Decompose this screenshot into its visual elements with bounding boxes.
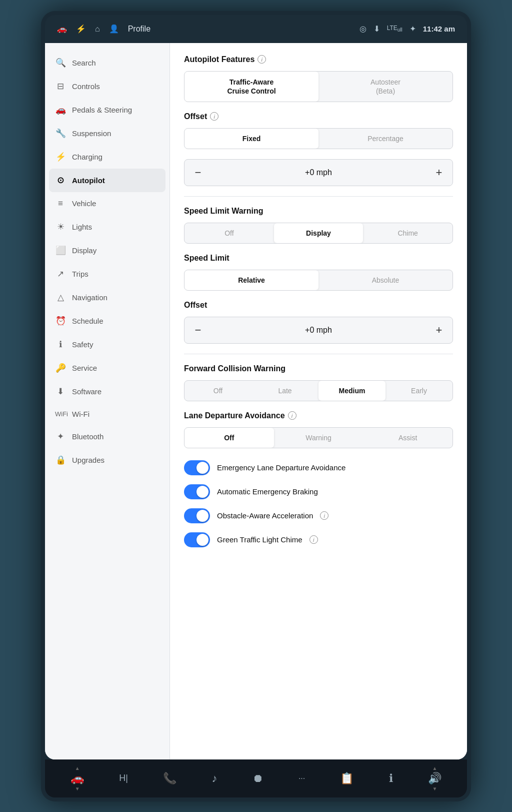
lightning-icon: ⚡ — [76, 24, 86, 34]
sidebar: 🔍 Search ⊟ Controls 🚗 Pedals & Steering … — [45, 43, 170, 759]
sidebar-item-display[interactable]: ⬜ Display — [45, 239, 170, 262]
service-icon: 🔑 — [55, 363, 66, 373]
offset1-group: Fixed Percentage — [184, 128, 453, 149]
bottom-info-icon[interactable]: ℹ — [389, 772, 393, 785]
sidebar-label-schedule: Schedule — [72, 317, 104, 325]
display-icon: ⬜ — [55, 245, 66, 256]
bottom-apps-icon[interactable]: 📋 — [340, 772, 354, 785]
speed-limit-warning-group: Off Display Chime — [184, 223, 453, 244]
slw-chime-btn[interactable]: Chime — [363, 223, 452, 243]
target-icon: ◎ — [360, 24, 366, 34]
fcw-late-btn[interactable]: Late — [252, 381, 318, 401]
obstacle-info-icon[interactable]: i — [320, 511, 328, 520]
sidebar-item-vehicle[interactable]: ≡ Vehicle — [45, 192, 170, 215]
sidebar-item-software[interactable]: ⬇ Software — [45, 380, 170, 403]
traffic-aware-btn[interactable]: Traffic-AwareCruise Control — [184, 72, 318, 102]
sidebar-label-wifi: Wi-Fi — [72, 410, 90, 418]
status-right: ◎ ⬇ LTEull ✦ 11:42 am — [360, 24, 455, 34]
offset1-info-icon[interactable]: i — [210, 112, 218, 121]
sidebar-label-upgrades: Upgrades — [72, 456, 104, 464]
fcw-off-btn[interactable]: Off — [184, 381, 252, 401]
bottom-more-icon[interactable]: ··· — [298, 774, 305, 783]
bottom-apps-group: 📋 — [340, 772, 354, 785]
bottom-car-icon[interactable]: 🚗 — [70, 772, 84, 785]
safety-icon: ℹ — [55, 339, 66, 350]
forward-collision-title: Forward Collision Warning — [184, 364, 453, 373]
green-light-toggle[interactable] — [184, 532, 210, 547]
bottom-volume-icon[interactable]: 🔊 — [428, 772, 442, 785]
absolute-btn[interactable]: Absolute — [318, 270, 452, 290]
sidebar-item-service[interactable]: 🔑 Service — [45, 356, 170, 380]
sidebar-item-lights[interactable]: ☀ Lights — [45, 215, 170, 239]
sidebar-item-safety[interactable]: ℹ Safety — [45, 333, 170, 356]
bottom-car-group: ▲ 🚗 ▼ — [70, 765, 84, 791]
sidebar-label-navigation: Navigation — [72, 293, 108, 302]
emergency-lane-toggle[interactable] — [184, 460, 210, 475]
percentage-btn[interactable]: Percentage — [318, 129, 452, 149]
sidebar-item-schedule[interactable]: ⏰ Schedule — [45, 309, 170, 333]
sidebar-label-bluetooth: Bluetooth — [72, 432, 104, 441]
slw-off-btn[interactable]: Off — [184, 223, 274, 243]
sidebar-label-safety: Safety — [72, 340, 94, 349]
sidebar-label-trips: Trips — [72, 270, 88, 278]
lane-departure-info-icon[interactable]: i — [288, 411, 296, 420]
car-icon: 🚗 — [57, 24, 67, 34]
sidebar-item-trips[interactable]: ↗ Trips — [45, 262, 170, 286]
autosteer-btn[interactable]: Autosteer(Beta) — [318, 72, 452, 102]
home-icon: ⌂ — [95, 25, 100, 34]
auto-emergency-row: Automatic Emergency Braking — [184, 484, 453, 499]
sidebar-item-autopilot[interactable]: ⊙ Autopilot — [49, 169, 166, 192]
sidebar-label-software: Software — [72, 387, 102, 396]
sidebar-item-wifi[interactable]: WiFi Wi-Fi — [45, 403, 170, 425]
bluetooth-sidebar-icon: ✦ — [55, 431, 66, 442]
fixed-btn[interactable]: Fixed — [184, 129, 318, 149]
fcw-medium-btn[interactable]: Medium — [318, 381, 386, 401]
divider2 — [184, 354, 453, 354]
download-icon: ⬇ — [374, 24, 380, 34]
auto-emergency-toggle[interactable] — [184, 484, 210, 499]
sidebar-item-controls[interactable]: ⊟ Controls — [45, 75, 170, 98]
bottom-media-icon[interactable]: ⏺ — [252, 772, 264, 785]
sidebar-item-charging[interactable]: ⚡ Charging — [45, 145, 170, 169]
green-light-label: Green Traffic Light Chime — [217, 535, 302, 544]
bottom-phone-icon[interactable]: 📞 — [163, 772, 176, 785]
car-chevron-down: ▼ — [75, 786, 80, 791]
slw-display-btn[interactable]: Display — [274, 223, 364, 243]
suspension-icon: 🔧 — [55, 128, 66, 139]
wifi-icon: WiFi — [55, 410, 66, 418]
offset1-value: +0 mph — [212, 168, 426, 177]
emergency-lane-label: Emergency Lane Departure Avoidance — [217, 463, 346, 472]
sidebar-item-pedals[interactable]: 🚗 Pedals & Steering — [45, 98, 170, 122]
sidebar-item-search[interactable]: 🔍 Search — [45, 51, 170, 75]
bottom-volume-group: ▲ 🔊 ▼ — [428, 765, 442, 791]
trips-icon: ↗ — [55, 269, 66, 279]
vehicle-icon: ≡ — [55, 199, 66, 209]
status-left: 🚗 ⚡ ⌂ 👤 Profile — [57, 24, 360, 34]
lane-departure-group: Off Warning Assist — [184, 427, 453, 448]
lda-assist-btn[interactable]: Assist — [363, 428, 452, 448]
fcw-early-btn[interactable]: Early — [386, 381, 452, 401]
obstacle-toggle[interactable] — [184, 508, 210, 523]
bottom-bar: ▲ 🚗 ▼ H| 📞 ♪ ⏺ ··· 📋 ℹ ▲ 🔊 ▼ — [45, 759, 467, 797]
software-icon: ⬇ — [55, 386, 66, 397]
profile-label: Profile — [128, 25, 150, 34]
offset2-minus-btn[interactable]: − — [184, 317, 212, 343]
lda-off-btn[interactable]: Off — [184, 428, 274, 448]
offset1-minus-btn[interactable]: − — [184, 160, 212, 186]
bottom-music-icon[interactable]: ♪ — [212, 772, 217, 785]
sidebar-item-navigation[interactable]: △ Navigation — [45, 286, 170, 309]
bottom-more-group: ··· — [298, 774, 305, 783]
person-icon: 👤 — [109, 24, 119, 34]
offset1-plus-btn[interactable]: + — [426, 160, 452, 186]
bottom-menu-icon[interactable]: H| — [119, 773, 128, 783]
lda-warning-btn[interactable]: Warning — [274, 428, 364, 448]
offset2-plus-btn[interactable]: + — [426, 317, 452, 343]
autopilot-info-icon[interactable]: i — [258, 55, 266, 64]
sidebar-item-suspension[interactable]: 🔧 Suspension — [45, 122, 170, 145]
content-area: Autopilot Features i Traffic-AwareCruise… — [170, 43, 467, 759]
sidebar-item-bluetooth[interactable]: ✦ Bluetooth — [45, 425, 170, 448]
sidebar-item-upgrades[interactable]: 🔒 Upgrades — [45, 448, 170, 472]
relative-btn[interactable]: Relative — [184, 270, 318, 290]
green-light-info-icon[interactable]: i — [310, 535, 318, 544]
obstacle-label: Obstacle-Aware Acceleration — [217, 511, 313, 520]
